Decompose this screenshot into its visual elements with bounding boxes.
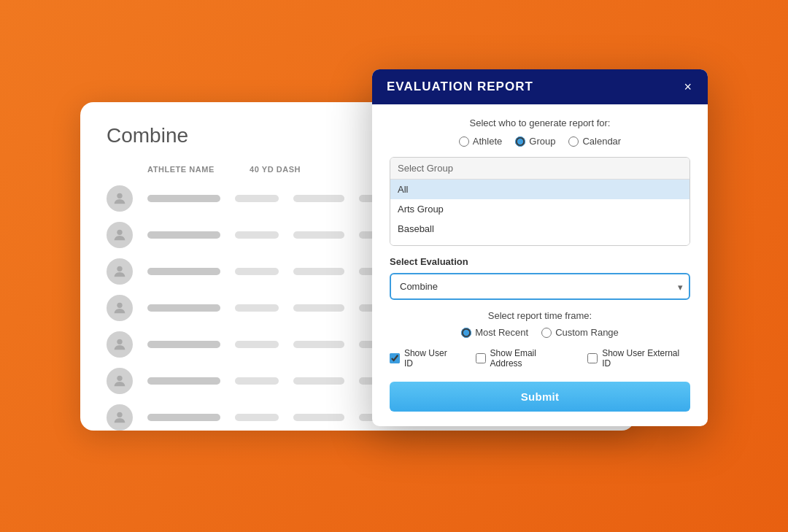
report-for-radio-group: Athlete Group Calendar [390,136,690,147]
group-list-item-all[interactable]: All [390,180,690,199]
extra-bar [293,414,344,421]
radio-group-label: Group [529,136,555,147]
checkbox-user-id-label: Show User ID [404,348,458,369]
checkbox-user-id-input[interactable] [390,353,400,363]
modal-body: Select who to generate report for: Athle… [372,104,708,426]
eval-select[interactable]: Combine Spring Eval Fall Eval [390,273,690,300]
name-bar [147,195,220,202]
score-bar [235,414,279,421]
checkbox-external-id[interactable]: Show User External ID [587,348,690,369]
name-bar [147,268,220,275]
submit-button[interactable]: Submit [390,382,690,412]
score-bar [235,268,279,275]
score-bar [235,341,279,348]
group-select-container: Select Group All Arts Group Baseball Che… [390,157,690,246]
time-frame-radio-group: Most Recent Custom Range [390,327,690,338]
checkbox-row: Show User ID Show Email Address Show Use… [390,348,690,369]
checkbox-external-id-input[interactable] [587,353,598,363]
group-list-item-baseball[interactable]: Baseball [390,219,690,239]
name-bar [147,414,220,421]
extra-bar [293,195,344,202]
avatar [107,295,133,321]
svg-point-0 [117,193,122,198]
group-list-item-cheer[interactable]: Cheer 2025 [390,239,690,245]
radio-athlete-input[interactable] [459,136,469,147]
radio-group[interactable]: Group [515,136,555,147]
checkbox-external-id-label: Show User External ID [602,348,690,369]
modal-title: EVALUATION REPORT [387,80,533,94]
checkbox-email-label: Show Email Address [490,348,571,369]
group-select-placeholder: Select Group [398,163,453,174]
radio-most-recent[interactable]: Most Recent [461,327,528,338]
radio-custom-range-input[interactable] [541,328,552,338]
score-bar [235,195,279,202]
name-bar [147,304,220,312]
radio-group-input[interactable] [515,136,525,147]
score-bar [235,304,279,312]
group-list-item-arts[interactable]: Arts Group [390,199,690,219]
radio-athlete[interactable]: Athlete [459,136,502,147]
radio-most-recent-label: Most Recent [475,327,528,338]
name-bar [147,377,220,385]
avatar [107,404,133,431]
evaluation-report-modal: EVALUATION REPORT × Select who to genera… [372,69,708,426]
svg-point-1 [117,230,122,235]
col-athlete-name: ATHLETE NAME [147,165,235,174]
avatar [107,368,133,394]
modal-header: EVALUATION REPORT × [372,69,708,104]
avatar [107,258,133,285]
radio-custom-range-label: Custom Range [555,327,619,338]
svg-point-5 [117,376,122,381]
eval-select-wrapper: Combine Spring Eval Fall Eval ▾ [390,273,690,300]
radio-custom-range[interactable]: Custom Range [541,327,619,338]
score-bar [235,231,279,239]
svg-point-4 [117,339,122,344]
group-list[interactable]: All Arts Group Baseball Cheer 2025 [390,180,690,245]
radio-athlete-label: Athlete [473,136,502,147]
close-button[interactable]: × [682,80,693,93]
extra-bar [293,341,344,348]
svg-point-2 [117,266,122,271]
radio-calendar-label: Calendar [582,136,621,147]
radio-calendar[interactable]: Calendar [568,136,621,147]
time-frame-label: Select report time frame: [390,310,690,321]
generate-label: Select who to generate report for: [390,117,690,128]
checkbox-user-id[interactable]: Show User ID [390,348,458,369]
score-bar [235,377,279,385]
extra-bar [293,268,344,275]
extra-bar [293,231,344,239]
eval-section-label: Select Evaluation [390,256,690,267]
group-select-header[interactable]: Select Group [390,158,690,180]
checkbox-email[interactable]: Show Email Address [476,348,571,369]
extra-bar [293,304,344,312]
extra-bar [293,377,344,385]
name-bar [147,231,220,239]
radio-most-recent-input[interactable] [461,328,471,338]
svg-point-6 [117,412,122,417]
radio-calendar-input[interactable] [568,136,579,147]
name-bar [147,341,220,348]
avatar [107,185,133,212]
col-40yd-dash: 40 YD DASH [250,165,337,174]
avatar [107,222,133,248]
checkbox-email-input[interactable] [476,353,486,363]
avatar [107,331,133,358]
svg-point-3 [117,303,122,308]
